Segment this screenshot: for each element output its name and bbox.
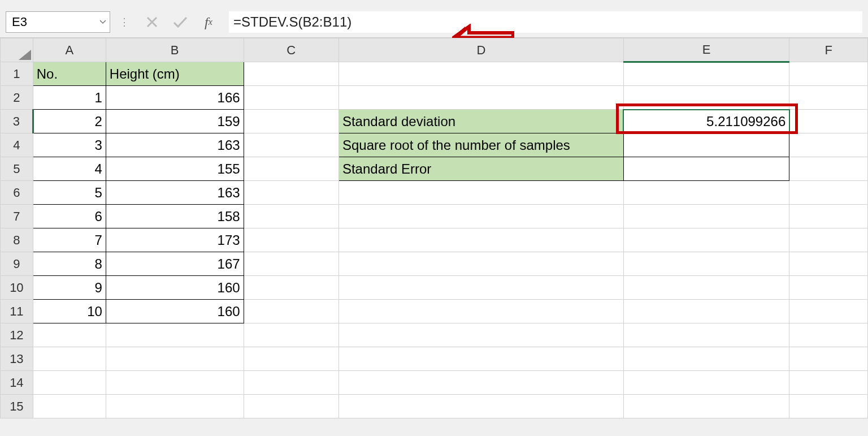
cell-C3[interactable] — [244, 110, 338, 133]
row-header-6[interactable]: 6 — [1, 181, 33, 205]
cell-D5[interactable]: Standard Error — [338, 157, 623, 181]
cell-E7[interactable] — [623, 205, 789, 228]
name-box[interactable]: E3 — [6, 11, 110, 33]
cell-F12[interactable] — [789, 323, 868, 347]
cell-A9[interactable]: 8 — [33, 252, 106, 276]
cell-F11[interactable] — [789, 300, 868, 323]
cell-C14[interactable] — [244, 371, 338, 395]
cell-C5[interactable] — [244, 157, 338, 181]
row-header-4[interactable]: 4 — [1, 133, 33, 157]
col-header-E[interactable]: E — [623, 38, 789, 62]
cell-B10[interactable]: 160 — [106, 276, 244, 300]
cell-D14[interactable] — [338, 371, 623, 395]
cell-B12[interactable] — [106, 323, 244, 347]
col-header-D[interactable]: D — [338, 38, 623, 62]
row-header-10[interactable]: 10 — [1, 276, 33, 300]
cell-E10[interactable] — [623, 276, 789, 300]
cell-D15[interactable] — [338, 395, 623, 418]
row-header-7[interactable]: 7 — [1, 205, 33, 228]
cell-B6[interactable]: 163 — [106, 181, 244, 205]
row-header-1[interactable]: 1 — [1, 62, 33, 86]
cell-E13[interactable] — [623, 347, 789, 371]
cell-D9[interactable] — [338, 252, 623, 276]
cell-B2[interactable]: 166 — [106, 86, 244, 110]
cell-F8[interactable] — [789, 228, 868, 252]
row-header-3[interactable]: 3 — [1, 110, 33, 133]
cell-D6[interactable] — [338, 181, 623, 205]
cell-A15[interactable] — [33, 395, 106, 418]
cell-B14[interactable] — [106, 371, 244, 395]
cell-B3[interactable]: 159 — [106, 110, 244, 133]
row-header-15[interactable]: 15 — [1, 395, 33, 418]
cell-A1[interactable]: No. — [33, 62, 106, 86]
cell-F7[interactable] — [789, 205, 868, 228]
cell-E4[interactable] — [623, 133, 789, 157]
cell-A11[interactable]: 10 — [33, 300, 106, 323]
cell-D1[interactable] — [338, 62, 623, 86]
col-header-A[interactable]: A — [33, 38, 106, 62]
enter-icon[interactable] — [171, 13, 189, 31]
cell-F15[interactable] — [789, 395, 868, 418]
row-header-2[interactable]: 2 — [1, 86, 33, 110]
cell-E2[interactable] — [623, 86, 789, 110]
cell-A2[interactable]: 1 — [33, 86, 106, 110]
cell-C8[interactable] — [244, 228, 338, 252]
cell-A5[interactable]: 4 — [33, 157, 106, 181]
cell-A3[interactable]: 2 — [33, 110, 106, 133]
cell-C9[interactable] — [244, 252, 338, 276]
cell-E12[interactable] — [623, 323, 789, 347]
cell-C11[interactable] — [244, 300, 338, 323]
cell-A13[interactable] — [33, 347, 106, 371]
row-header-9[interactable]: 9 — [1, 252, 33, 276]
cell-F5[interactable] — [789, 157, 868, 181]
cell-D12[interactable] — [338, 323, 623, 347]
cell-E15[interactable] — [623, 395, 789, 418]
cell-D8[interactable] — [338, 228, 623, 252]
cell-F3[interactable] — [789, 110, 868, 133]
cell-C10[interactable] — [244, 276, 338, 300]
cancel-icon[interactable] — [143, 13, 161, 31]
cell-E9[interactable] — [623, 252, 789, 276]
col-header-F[interactable]: F — [789, 38, 868, 62]
cell-C6[interactable] — [244, 181, 338, 205]
cell-B1[interactable]: Height (cm) — [106, 62, 244, 86]
row-header-11[interactable]: 11 — [1, 300, 33, 323]
cell-A6[interactable]: 5 — [33, 181, 106, 205]
cell-E11[interactable] — [623, 300, 789, 323]
cell-F2[interactable] — [789, 86, 868, 110]
cell-B15[interactable] — [106, 395, 244, 418]
fx-icon[interactable]: fx — [199, 13, 218, 31]
cell-F14[interactable] — [789, 371, 868, 395]
cell-F1[interactable] — [789, 62, 868, 86]
cell-D2[interactable] — [338, 86, 623, 110]
cell-C12[interactable] — [244, 323, 338, 347]
cell-C15[interactable] — [244, 395, 338, 418]
cell-B7[interactable]: 158 — [106, 205, 244, 228]
cell-B11[interactable]: 160 — [106, 300, 244, 323]
cell-B9[interactable]: 167 — [106, 252, 244, 276]
cell-F4[interactable] — [789, 133, 868, 157]
cell-D7[interactable] — [338, 205, 623, 228]
cell-A10[interactable]: 9 — [33, 276, 106, 300]
cell-D4[interactable]: Square root of the number of samples — [338, 133, 623, 157]
cell-F10[interactable] — [789, 276, 868, 300]
cell-D3[interactable]: Standard deviation — [338, 110, 623, 133]
cell-B13[interactable] — [106, 347, 244, 371]
cell-A4[interactable]: 3 — [33, 133, 106, 157]
cell-D11[interactable] — [338, 300, 623, 323]
cell-E1[interactable] — [623, 62, 789, 86]
row-header-14[interactable]: 14 — [1, 371, 33, 395]
cell-C1[interactable] — [244, 62, 338, 86]
cell-E6[interactable] — [623, 181, 789, 205]
cell-E5[interactable] — [623, 157, 789, 181]
name-box-dropdown-icon[interactable] — [98, 18, 107, 27]
row-header-5[interactable]: 5 — [1, 157, 33, 181]
cell-C13[interactable] — [244, 347, 338, 371]
cell-C4[interactable] — [244, 133, 338, 157]
cell-F9[interactable] — [789, 252, 868, 276]
cell-A12[interactable] — [33, 323, 106, 347]
cell-A14[interactable] — [33, 371, 106, 395]
cell-A7[interactable]: 6 — [33, 205, 106, 228]
col-header-B[interactable]: B — [106, 38, 244, 62]
cell-D13[interactable] — [338, 347, 623, 371]
